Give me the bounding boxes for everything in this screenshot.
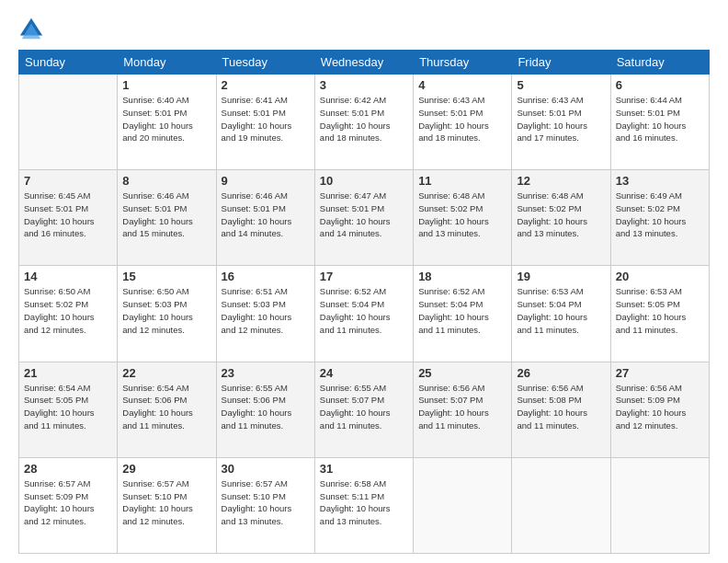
weekday-header-tuesday: Tuesday — [216, 51, 314, 75]
day-info: Sunrise: 6:43 AM Sunset: 5:01 PM Dayligh… — [517, 94, 605, 144]
day-number: 21 — [24, 366, 112, 380]
day-number: 29 — [122, 462, 210, 476]
day-info: Sunrise: 6:52 AM Sunset: 5:04 PM Dayligh… — [418, 285, 506, 336]
day-info: Sunrise: 6:49 AM Sunset: 5:02 PM Dayligh… — [616, 190, 704, 240]
day-info: Sunrise: 6:45 AM Sunset: 5:01 PM Dayligh… — [24, 190, 112, 240]
day-info: Sunrise: 6:56 AM Sunset: 5:07 PM Dayligh… — [418, 382, 506, 432]
calendar-cell: 10Sunrise: 6:47 AM Sunset: 5:01 PM Dayli… — [314, 170, 413, 266]
calendar-cell: 28Sunrise: 6:57 AM Sunset: 5:09 PM Dayli… — [19, 457, 118, 553]
day-info: Sunrise: 6:53 AM Sunset: 5:04 PM Dayligh… — [517, 285, 605, 336]
calendar: SundayMondayTuesdayWednesdayThursdayFrid… — [18, 50, 710, 554]
day-number: 19 — [517, 270, 605, 283]
calendar-cell — [19, 75, 118, 170]
calendar-row-1: 7Sunrise: 6:45 AM Sunset: 5:01 PM Daylig… — [19, 170, 710, 266]
calendar-cell: 27Sunrise: 6:56 AM Sunset: 5:09 PM Dayli… — [610, 362, 709, 457]
day-info: Sunrise: 6:48 AM Sunset: 5:02 PM Dayligh… — [517, 190, 605, 240]
calendar-row-4: 28Sunrise: 6:57 AM Sunset: 5:09 PM Dayli… — [19, 457, 710, 553]
day-number: 11 — [418, 174, 506, 188]
calendar-cell: 24Sunrise: 6:55 AM Sunset: 5:07 PM Dayli… — [314, 362, 413, 457]
calendar-cell: 23Sunrise: 6:55 AM Sunset: 5:06 PM Dayli… — [216, 362, 314, 457]
day-info: Sunrise: 6:57 AM Sunset: 5:10 PM Dayligh… — [222, 477, 310, 528]
calendar-cell: 5Sunrise: 6:43 AM Sunset: 5:01 PM Daylig… — [512, 75, 610, 170]
calendar-cell: 2Sunrise: 6:41 AM Sunset: 5:01 PM Daylig… — [216, 75, 314, 170]
day-info: Sunrise: 6:53 AM Sunset: 5:05 PM Dayligh… — [616, 285, 704, 336]
day-number: 7 — [24, 174, 112, 188]
day-number: 8 — [122, 174, 210, 188]
calendar-cell: 20Sunrise: 6:53 AM Sunset: 5:05 PM Dayli… — [610, 266, 709, 362]
day-info: Sunrise: 6:56 AM Sunset: 5:08 PM Dayligh… — [517, 382, 605, 432]
weekday-header-monday: Monday — [118, 51, 216, 75]
calendar-cell: 13Sunrise: 6:49 AM Sunset: 5:02 PM Dayli… — [610, 170, 709, 266]
calendar-cell: 12Sunrise: 6:48 AM Sunset: 5:02 PM Dayli… — [512, 170, 610, 266]
day-number: 14 — [24, 270, 112, 283]
day-number: 5 — [517, 78, 605, 92]
day-info: Sunrise: 6:48 AM Sunset: 5:02 PM Dayligh… — [418, 190, 506, 240]
calendar-row-0: 1Sunrise: 6:40 AM Sunset: 5:01 PM Daylig… — [19, 75, 710, 170]
day-number: 22 — [122, 366, 210, 380]
calendar-cell: 6Sunrise: 6:44 AM Sunset: 5:01 PM Daylig… — [610, 75, 709, 170]
calendar-cell: 22Sunrise: 6:54 AM Sunset: 5:06 PM Dayli… — [118, 362, 216, 457]
page: SundayMondayTuesdayWednesdayThursdayFrid… — [0, 0, 728, 563]
weekday-header-wednesday: Wednesday — [314, 51, 413, 75]
day-number: 12 — [517, 174, 605, 188]
weekday-header-thursday: Thursday — [414, 51, 512, 75]
calendar-cell: 30Sunrise: 6:57 AM Sunset: 5:10 PM Dayli… — [216, 457, 314, 553]
calendar-cell: 14Sunrise: 6:50 AM Sunset: 5:02 PM Dayli… — [19, 266, 118, 362]
weekday-header-friday: Friday — [512, 51, 610, 75]
calendar-cell: 3Sunrise: 6:42 AM Sunset: 5:01 PM Daylig… — [314, 75, 413, 170]
calendar-cell: 9Sunrise: 6:46 AM Sunset: 5:01 PM Daylig… — [216, 170, 314, 266]
calendar-cell — [414, 457, 512, 553]
calendar-cell: 17Sunrise: 6:52 AM Sunset: 5:04 PM Dayli… — [314, 266, 413, 362]
day-info: Sunrise: 6:54 AM Sunset: 5:06 PM Dayligh… — [122, 382, 210, 432]
day-info: Sunrise: 6:54 AM Sunset: 5:05 PM Dayligh… — [24, 382, 112, 432]
calendar-row-3: 21Sunrise: 6:54 AM Sunset: 5:05 PM Dayli… — [19, 362, 710, 457]
calendar-cell: 26Sunrise: 6:56 AM Sunset: 5:08 PM Dayli… — [512, 362, 610, 457]
day-number: 9 — [222, 174, 310, 188]
day-info: Sunrise: 6:56 AM Sunset: 5:09 PM Dayligh… — [616, 382, 704, 432]
day-number: 1 — [122, 78, 210, 92]
weekday-header-row: SundayMondayTuesdayWednesdayThursdayFrid… — [19, 51, 710, 75]
day-number: 3 — [320, 78, 408, 92]
calendar-cell: 21Sunrise: 6:54 AM Sunset: 5:05 PM Dayli… — [19, 362, 118, 457]
day-number: 16 — [222, 270, 310, 283]
calendar-cell: 4Sunrise: 6:43 AM Sunset: 5:01 PM Daylig… — [414, 75, 512, 170]
header — [18, 17, 710, 42]
day-number: 13 — [616, 174, 704, 188]
calendar-cell: 8Sunrise: 6:46 AM Sunset: 5:01 PM Daylig… — [118, 170, 216, 266]
weekday-header-sunday: Sunday — [19, 51, 118, 75]
day-number: 30 — [222, 462, 310, 476]
day-number: 27 — [616, 366, 704, 380]
day-number: 17 — [320, 270, 408, 283]
day-number: 31 — [320, 462, 408, 476]
day-number: 2 — [222, 78, 310, 92]
calendar-cell: 11Sunrise: 6:48 AM Sunset: 5:02 PM Dayli… — [414, 170, 512, 266]
day-number: 15 — [122, 270, 210, 283]
day-number: 6 — [616, 78, 704, 92]
calendar-cell: 31Sunrise: 6:58 AM Sunset: 5:11 PM Dayli… — [314, 457, 413, 553]
calendar-cell: 19Sunrise: 6:53 AM Sunset: 5:04 PM Dayli… — [512, 266, 610, 362]
day-number: 10 — [320, 174, 408, 188]
calendar-cell: 7Sunrise: 6:45 AM Sunset: 5:01 PM Daylig… — [19, 170, 118, 266]
day-info: Sunrise: 6:43 AM Sunset: 5:01 PM Dayligh… — [418, 94, 506, 144]
calendar-cell — [610, 457, 709, 553]
day-info: Sunrise: 6:46 AM Sunset: 5:01 PM Dayligh… — [122, 190, 210, 240]
day-info: Sunrise: 6:57 AM Sunset: 5:10 PM Dayligh… — [122, 477, 210, 528]
day-info: Sunrise: 6:55 AM Sunset: 5:06 PM Dayligh… — [222, 382, 310, 432]
day-number: 4 — [418, 78, 506, 92]
calendar-cell: 18Sunrise: 6:52 AM Sunset: 5:04 PM Dayli… — [414, 266, 512, 362]
weekday-header-saturday: Saturday — [610, 51, 709, 75]
day-info: Sunrise: 6:50 AM Sunset: 5:03 PM Dayligh… — [122, 285, 210, 336]
calendar-cell: 1Sunrise: 6:40 AM Sunset: 5:01 PM Daylig… — [118, 75, 216, 170]
day-info: Sunrise: 6:51 AM Sunset: 5:03 PM Dayligh… — [222, 285, 310, 336]
day-info: Sunrise: 6:46 AM Sunset: 5:01 PM Dayligh… — [222, 190, 310, 240]
logo — [18, 17, 48, 42]
calendar-cell — [512, 457, 610, 553]
day-info: Sunrise: 6:40 AM Sunset: 5:01 PM Dayligh… — [122, 94, 210, 144]
day-number: 18 — [418, 270, 506, 283]
day-info: Sunrise: 6:57 AM Sunset: 5:09 PM Dayligh… — [24, 477, 112, 528]
day-info: Sunrise: 6:47 AM Sunset: 5:01 PM Dayligh… — [320, 190, 408, 240]
day-number: 20 — [616, 270, 704, 283]
calendar-cell: 15Sunrise: 6:50 AM Sunset: 5:03 PM Dayli… — [118, 266, 216, 362]
calendar-row-2: 14Sunrise: 6:50 AM Sunset: 5:02 PM Dayli… — [19, 266, 710, 362]
day-info: Sunrise: 6:50 AM Sunset: 5:02 PM Dayligh… — [24, 285, 112, 336]
